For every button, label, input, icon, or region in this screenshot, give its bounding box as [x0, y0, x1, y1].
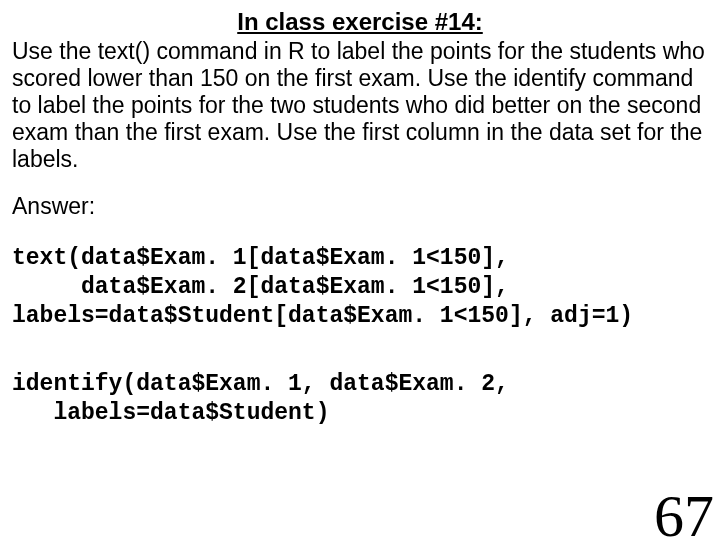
answer-label: Answer: [12, 193, 708, 220]
slide: In class exercise #14: Use the text() co… [0, 0, 720, 540]
code-block-identify-call: identify(data$Exam. 1, data$Exam. 2, lab… [12, 370, 708, 428]
page-number: 67 [654, 486, 714, 540]
exercise-title: In class exercise #14: [12, 8, 708, 36]
code-block-text-call: text(data$Exam. 1[data$Exam. 1<150], dat… [12, 244, 708, 330]
exercise-prompt: Use the text() command in R to label the… [12, 38, 708, 174]
